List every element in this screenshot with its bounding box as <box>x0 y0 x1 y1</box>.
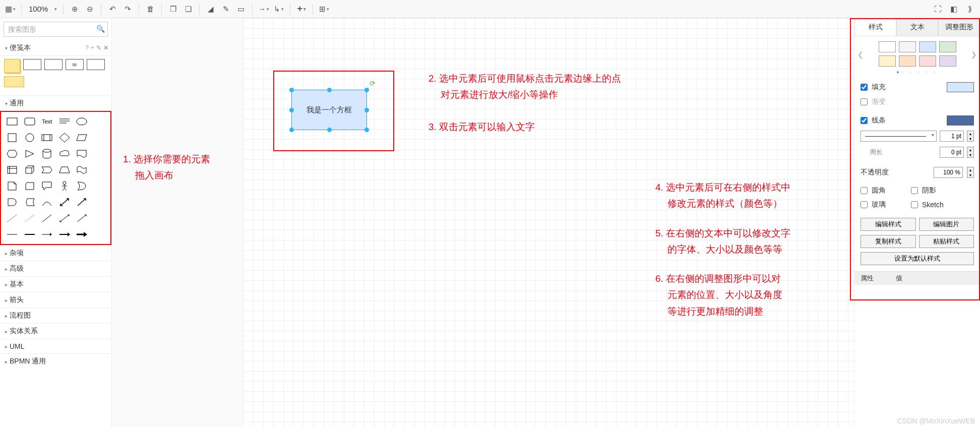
shape-trapezoid[interactable] <box>56 162 73 177</box>
opacity-stepper[interactable]: ▲▼ <box>967 167 974 178</box>
shape-link1[interactable] <box>4 227 21 242</box>
fill-color-icon[interactable]: ◢ <box>204 3 218 16</box>
page-menu-button[interactable]: ▦ <box>3 3 17 16</box>
shape-or[interactable] <box>74 178 90 194</box>
shape-hexagon[interactable] <box>4 146 21 161</box>
shape-rect[interactable] <box>4 114 21 129</box>
shape-line[interactable] <box>39 211 55 226</box>
shape-parallelogram[interactable] <box>74 130 90 145</box>
shape-circle[interactable] <box>22 130 38 145</box>
category-er[interactable]: ▸实体关系 <box>0 323 111 339</box>
close-icon[interactable]: ✕ <box>103 44 108 51</box>
waypoint-icon[interactable]: ↳ <box>272 3 286 16</box>
shape-link3[interactable] <box>39 227 55 242</box>
shape-arrow[interactable] <box>74 195 90 210</box>
selected-rectangle[interactable]: 我是一个方框 ⟳ <box>291 90 367 130</box>
category-arrows[interactable]: ▸箭头 <box>0 292 111 308</box>
delete-icon[interactable]: 🗑 <box>143 3 157 16</box>
category-uml[interactable]: ▸UML <box>0 339 111 353</box>
shape-tape[interactable] <box>74 162 90 177</box>
shape-actor[interactable] <box>56 178 73 194</box>
swatch-prev-icon[interactable]: ❮ <box>858 50 864 58</box>
add-icon[interactable]: + <box>294 3 309 16</box>
shape-note[interactable] <box>4 178 21 194</box>
line-width-input[interactable] <box>940 131 964 142</box>
shape-line-bidir[interactable] <box>56 211 73 226</box>
shape-card[interactable] <box>22 178 38 194</box>
fullscreen-icon[interactable]: ⛶ <box>931 3 945 16</box>
connection-icon[interactable]: → <box>257 3 271 16</box>
shape-cloud[interactable] <box>56 146 73 161</box>
shape-line-arrow[interactable] <box>74 211 90 226</box>
sketch-checkbox[interactable] <box>911 201 918 208</box>
resize-handle-bl[interactable] <box>289 128 294 132</box>
zoom-in-icon[interactable]: ⊕ <box>68 3 82 16</box>
redo-icon[interactable]: ↷ <box>120 3 135 16</box>
collapse-icon[interactable]: ⟫ <box>963 3 977 16</box>
category-bpmn[interactable]: ▸BPMN 通用 <box>0 353 111 369</box>
line-width-stepper[interactable]: ▲▼ <box>967 131 974 142</box>
shape-link2[interactable] <box>22 227 38 242</box>
resize-handle-tr[interactable] <box>364 88 369 92</box>
perimeter-input[interactable] <box>940 147 964 158</box>
scratch-shape[interactable] <box>4 76 24 87</box>
shape-ellipse[interactable] <box>74 114 90 129</box>
category-misc[interactable]: ▸杂项 <box>0 245 111 261</box>
category-basic[interactable]: ▸基本 <box>0 276 111 292</box>
format-panel-icon[interactable]: ◧ <box>947 3 961 16</box>
undo-icon[interactable]: ↶ <box>105 3 119 16</box>
swatch-next-icon[interactable]: ❯ <box>971 50 977 58</box>
zoom-dropdown[interactable]: ▾ <box>52 3 59 16</box>
scratch-shape[interactable] <box>23 59 41 70</box>
scratchpad-header[interactable]: ▾ 便笺本 ? + ✎ ✕ <box>0 40 111 56</box>
set-default-button[interactable]: 设置为默认样式 <box>861 252 974 265</box>
shape-dashed-line[interactable] <box>4 211 21 226</box>
paste-style-button[interactable]: 粘贴样式 <box>919 235 974 248</box>
line-color-swatch[interactable] <box>947 115 974 126</box>
table-icon[interactable]: ⊞ <box>317 3 331 16</box>
tab-style[interactable]: 样式 <box>854 18 896 36</box>
glass-checkbox[interactable] <box>861 201 868 208</box>
shape-textbox[interactable] <box>56 114 73 129</box>
resize-handle-ml[interactable] <box>289 108 294 112</box>
shape-curve[interactable] <box>39 195 55 210</box>
resize-handle-bm[interactable] <box>327 128 332 132</box>
shape-internal-storage[interactable] <box>4 162 21 177</box>
swatch[interactable] <box>899 55 916 67</box>
category-advanced[interactable]: ▸高级 <box>0 261 111 276</box>
sticky-note-shape[interactable] <box>4 59 20 73</box>
shape-cube[interactable] <box>22 162 38 177</box>
search-icon[interactable]: 🔍 <box>96 25 105 33</box>
edit-image-button[interactable]: 编辑图片 <box>919 218 974 231</box>
shape-callout[interactable] <box>39 178 55 194</box>
edit-icon[interactable]: ✎ <box>96 44 101 51</box>
to-front-icon[interactable]: ❐ <box>166 3 180 16</box>
shadow-checkbox[interactable] <box>911 187 918 194</box>
rounded-checkbox[interactable] <box>861 187 868 194</box>
help-icon[interactable]: ? <box>85 44 89 51</box>
swatch[interactable] <box>919 55 936 67</box>
zoom-level[interactable]: 100% <box>26 5 51 13</box>
scratch-shape[interactable]: SE <box>66 59 84 70</box>
shape-process[interactable] <box>39 130 55 145</box>
swatch[interactable] <box>939 41 956 52</box>
shape-step[interactable] <box>39 162 55 177</box>
shape-cylinder[interactable] <box>39 146 55 161</box>
copy-style-button[interactable]: 复制样式 <box>861 235 916 248</box>
scratch-shape[interactable] <box>87 59 105 70</box>
tab-arrange[interactable]: 调整图形 <box>938 18 980 36</box>
fill-color-swatch[interactable] <box>947 82 974 92</box>
shape-triangle[interactable] <box>22 146 38 161</box>
opacity-input[interactable] <box>934 167 963 178</box>
tab-text[interactable]: 文本 <box>896 18 938 36</box>
category-flowchart[interactable]: ▸流程图 <box>0 308 111 323</box>
plus-icon[interactable]: + <box>91 44 94 51</box>
zoom-out-icon[interactable]: ⊖ <box>83 3 97 16</box>
resize-handle-br[interactable] <box>364 128 369 132</box>
general-header[interactable]: ▾ 通用 <box>0 96 111 111</box>
perimeter-stepper[interactable]: ▲▼ <box>967 147 974 158</box>
swatch[interactable] <box>939 55 956 67</box>
line-color-icon[interactable]: ✎ <box>219 3 233 16</box>
resize-handle-tm[interactable] <box>327 88 332 92</box>
rotate-handle[interactable]: ⟳ <box>370 79 376 87</box>
